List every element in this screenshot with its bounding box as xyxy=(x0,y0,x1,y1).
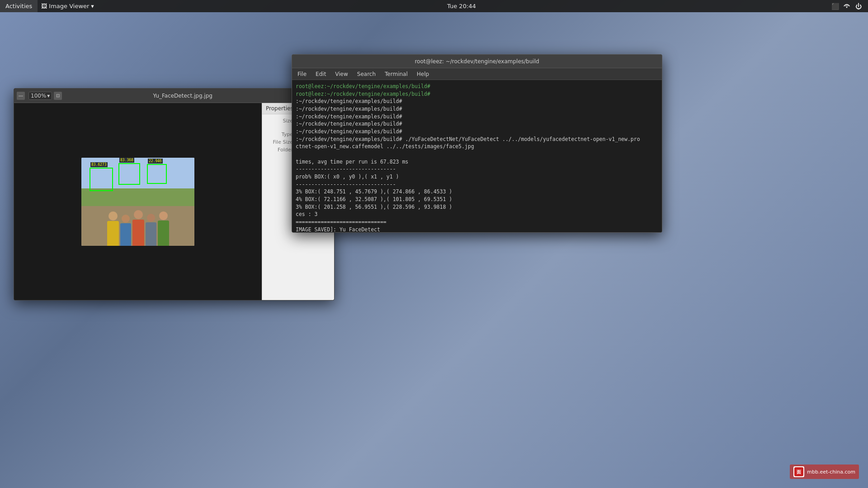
terminal-menubar: File Edit View Search Terminal Help xyxy=(292,68,662,80)
term-line-eq1: ============================= xyxy=(296,218,658,226)
term-line-7: :~/rockdev/tengine/examples/build# xyxy=(296,128,658,136)
image-viewer-titlebar: — 100% ▾ ⊡ Yu_FaceDetect.jpg.jpg ⛶ ☰ ✕ xyxy=(14,89,334,103)
term-line-ces: ces : 3 xyxy=(296,211,658,218)
term-line-blank xyxy=(296,150,658,158)
term-line-sep2: -------------------------------- xyxy=(296,181,658,188)
terminal-menu-file[interactable]: File xyxy=(296,70,308,78)
svg-point-0 xyxy=(846,6,848,8)
zoom-fit-button[interactable]: ⊡ xyxy=(54,92,62,100)
desktop: Activities 🖼 Image Viewer ▾ Tue 20:44 ⬛ … xyxy=(0,0,868,488)
topbar: Activities 🖼 Image Viewer ▾ Tue 20:44 ⬛ … xyxy=(0,0,868,12)
image-filename: Yu_FaceDetect.jpg.jpg xyxy=(64,93,302,99)
zoom-control[interactable]: 100% ▾ xyxy=(28,92,52,100)
type-label: Type xyxy=(266,131,293,137)
term-line-4: :~/rockdev/tengine/examples/build# xyxy=(296,105,658,113)
terminal-menu-terminal[interactable]: Terminal xyxy=(383,70,410,78)
minimize-button[interactable]: — xyxy=(17,92,25,100)
svg-text:面: 面 xyxy=(797,469,801,474)
term-line-header: prob% BOX:( x0 , y0 ),( x1 , y1 ) xyxy=(296,173,658,181)
size-label: Size xyxy=(266,118,293,130)
term-line-saved: IMAGE SAVED]: Yu_FaceDetect xyxy=(296,226,658,232)
image-display-area: 83.6273 83.368 22.946 xyxy=(14,103,262,300)
folder-label: Folder xyxy=(266,147,293,153)
displayed-image: 83.6273 83.368 22.946 xyxy=(81,158,194,246)
terminal-body[interactable]: root@leez:~/rockdev/tengine/examples/bui… xyxy=(292,80,662,232)
zoom-value: 100% xyxy=(31,93,46,99)
image-viewer-window: — 100% ▾ ⊡ Yu_FaceDetect.jpg.jpg ⛶ ☰ ✕ xyxy=(14,88,335,300)
terminal-menu-search[interactable]: Search xyxy=(355,70,377,78)
terminal-menu-help[interactable]: Help xyxy=(415,70,431,78)
term-line-cmd: :~/rockdev/tengine/examples/build# ./YuF… xyxy=(296,136,658,143)
detection-box-1: 83.6273 xyxy=(90,168,113,191)
term-line-box1: 3% BOX:( 248.751 , 45.7679 ),( 274.866 ,… xyxy=(296,188,658,196)
watermark-text: mbb.eet-china.com xyxy=(807,469,855,475)
activities-button[interactable]: Activities xyxy=(0,0,38,12)
terminal-menu-view[interactable]: View xyxy=(333,70,349,78)
term-line-box3: 3% BOX:( 201.258 , 56.9551 ),( 228.596 ,… xyxy=(296,203,658,211)
watermark-icon: 面 xyxy=(793,466,804,477)
image-viewer-content: 83.6273 83.368 22.946 xyxy=(14,103,334,300)
term-line-6: :~/rockdev/tengine/examples/build# xyxy=(296,120,658,128)
watermark: 面 mbb.eet-china.com xyxy=(790,465,859,479)
term-line-sep1: -------------------------------- xyxy=(296,165,658,173)
topbar-datetime: Tue 20:44 xyxy=(98,3,826,9)
term-line-cmd2: ctnet-open-v1_new.caffemodel ../../tests… xyxy=(296,143,658,150)
term-line-3: :~/rockdev/tengine/examples/build# xyxy=(296,98,658,105)
power-icon[interactable]: ⏻ xyxy=(854,2,863,10)
properties-title: Properties xyxy=(266,105,293,112)
detection-box-2: 83.368 xyxy=(118,163,140,185)
terminal-title: root@leez: ~/rockdev/tengine/examples/bu… xyxy=(415,58,539,65)
term-line-box2: 4% BOX:( 72.1166 , 32.5087 ),( 101.805 ,… xyxy=(296,196,658,203)
filesize-label: File Size xyxy=(266,139,293,145)
terminal-window: root@leez: ~/rockdev/tengine/examples/bu… xyxy=(292,54,662,233)
detection-label-3: 22.946 xyxy=(148,159,163,164)
detection-box-3: 22.946 xyxy=(147,164,167,184)
term-line-time: times, avg time per run is 67.823 ms xyxy=(296,158,658,166)
display-icon[interactable]: ⬛ xyxy=(831,2,839,10)
network-icon[interactable] xyxy=(843,2,851,10)
app-menu-button[interactable]: 🖼 Image Viewer ▾ xyxy=(38,0,98,12)
topbar-right-icons: ⬛ ⏻ xyxy=(826,0,868,12)
term-line-1: root@leez:~/rockdev/tengine/examples/bui… xyxy=(296,83,658,90)
terminal-menu-edit[interactable]: Edit xyxy=(314,70,328,78)
terminal-titlebar: root@leez: ~/rockdev/tengine/examples/bu… xyxy=(292,55,662,68)
detection-label-1: 83.6273 xyxy=(90,162,108,167)
detection-label-2: 83.368 xyxy=(119,158,134,163)
term-line-2: root@leez:~/rockdev/tengine/examples/bui… xyxy=(296,90,658,98)
zoom-dropdown-icon: ▾ xyxy=(47,93,50,99)
dropdown-icon: ▾ xyxy=(91,3,94,9)
term-line-5: :~/rockdev/tengine/examples/build# xyxy=(296,113,658,121)
app-name-label: Image Viewer xyxy=(49,3,89,9)
app-viewer-icon: 🖼 xyxy=(41,3,47,9)
